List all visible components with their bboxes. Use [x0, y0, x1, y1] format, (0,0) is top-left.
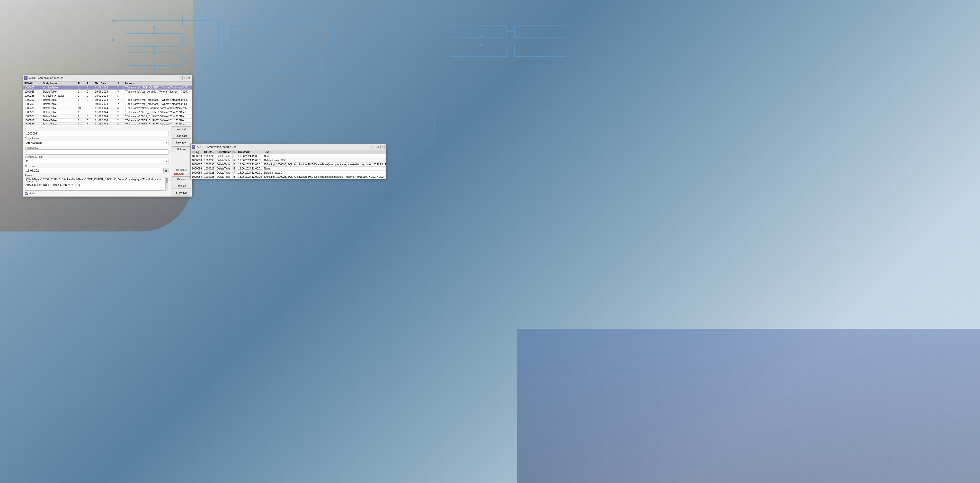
log-table-scroll[interactable]: IDLog IDSetti... ScriptName S. CreatedAt…	[191, 150, 385, 179]
cell-f1: 1	[77, 102, 85, 106]
frequency-label: Frequency:	[25, 146, 169, 149]
cell-scriptname: DeleteTable	[42, 119, 77, 123]
del-row-button[interactable]: Del row	[172, 146, 191, 152]
log-col-idlog: IDLog	[191, 150, 203, 154]
next-date-label: Next date:	[25, 165, 169, 168]
log-table-header: IDLog IDSetti... ScriptName S. CreatedAt…	[191, 150, 386, 154]
table-row[interactable]: 1000517 DeleteTable 1 D 11.06.2024 Y {"T…	[24, 119, 192, 123]
cell-nextdate: 19.06.2024	[94, 102, 116, 106]
log-window-titlebar[interactable]: ▲ ARBES Archivation Module Log ─ □ ✕	[191, 144, 385, 150]
table-row[interactable]: 1000527 DeleteTable 1 D 11.06.2024 Y {"T…	[24, 123, 192, 125]
cell-f2: D	[85, 119, 94, 123]
log-table-row[interactable]: 1000085 1000028 DeleteTable R 18.06.2024…	[191, 171, 386, 175]
cell-a: Y	[116, 86, 124, 90]
minimize-button[interactable]: ─	[178, 76, 182, 80]
table-row[interactable]: 1000238 Archive FIX Tables 1 D 08.02.202…	[24, 94, 192, 98]
table-row[interactable]: 1000028 DeleteTable 1 D 19.06.2024 Y {"T…	[24, 90, 192, 94]
script-name-select[interactable]: ArchiveTable DeleteTable Archive FIX Tab…	[25, 140, 169, 145]
log-cell-s: B	[232, 162, 237, 167]
frequency-unit-select[interactable]: D W M	[25, 159, 169, 164]
log-close-button[interactable]: ✕	[380, 145, 385, 149]
table-row[interactable]: 1000508 DeleteTable 1 D 11.06.2024 Y {"T…	[24, 114, 192, 119]
log-cell-idlog: 1000085	[191, 171, 203, 175]
decorative-keyboard-bg	[517, 329, 980, 483]
table-row[interactable]: 1000357 DeleteTable 2 D 19.06.2024 Y {"T…	[24, 98, 192, 102]
job-status-label: Job status:	[172, 169, 191, 171]
log-table-row[interactable]: 1000086 1000028 DeleteTable E 18.06.2024…	[191, 167, 386, 171]
log-maximize-button[interactable]: □	[376, 145, 380, 149]
log-cell-text: IDSetting: 1000028, SQL: Archivation_PKG…	[263, 175, 385, 179]
cell-id: 1000517	[24, 119, 42, 123]
load-data-button[interactable]: Load data	[172, 133, 191, 138]
cell-f1: 1	[77, 119, 85, 123]
log-data-table: IDLog IDSetti... ScriptName S. CreatedAt…	[191, 150, 385, 179]
plan-job-button[interactable]: Plan job	[172, 176, 191, 182]
maximize-button[interactable]: □	[182, 76, 186, 80]
new-row-button[interactable]: New row	[172, 140, 191, 145]
stop-job-button[interactable]: Stop job	[172, 183, 191, 189]
cell-id: 1000500	[24, 110, 42, 114]
cell-a: N	[116, 94, 124, 98]
log-table-row[interactable]: 1000088 1000393 DeleteTable R 18.06.2024…	[191, 159, 386, 162]
log-cell-s: R	[232, 159, 237, 162]
script-name-select-wrapper: ArchiveTable DeleteTable Archive FIX Tab…	[25, 140, 169, 145]
cell-f1: 1	[77, 90, 85, 94]
log-cell-idsetti: 1000393	[203, 154, 216, 159]
log-cell-scriptname: DeleteTable	[216, 159, 232, 162]
log-window: ▲ ARBES Archivation Module Log ─ □ ✕ IDL…	[190, 143, 386, 179]
frequency-input[interactable]	[25, 149, 169, 154]
cell-scriptname: DeleteTable	[42, 90, 77, 94]
textarea-scrollbar[interactable]	[165, 177, 169, 191]
log-cell-idlog: 1000084	[191, 175, 203, 179]
log-col-idsetti: IDSetti...	[203, 150, 216, 154]
cell-id: 1000357	[24, 98, 42, 102]
cell-nextdate: 11.06.2024	[94, 123, 116, 125]
cell-a: N	[116, 106, 124, 110]
titlebar-left: ▲ ARBES Archivation Module	[24, 76, 63, 80]
log-col-createdat: CreatedAt	[237, 150, 263, 154]
window-controls[interactable]: ─ □ ✕	[178, 76, 191, 80]
cell-f2: D	[85, 90, 94, 94]
log-cell-text: None	[263, 167, 385, 171]
show-log-button[interactable]: Show log	[172, 190, 191, 195]
cell-f2: D	[85, 86, 94, 90]
log-minimize-button[interactable]: ─	[371, 145, 375, 149]
cell-params: {"TableName":"TOP_CLIENT", "Where":"1 = …	[124, 114, 192, 119]
log-table-row[interactable]: 1000089 1000393 DeleteTable E 18.06.2024…	[191, 154, 386, 159]
log-window-controls[interactable]: ─ □ ✕	[371, 145, 385, 149]
cell-nextdate: 19.06.2024	[94, 98, 116, 102]
close-button[interactable]: ✕	[187, 76, 191, 80]
log-cell-idlog: 1000088	[191, 159, 203, 162]
main-data-table-scroll[interactable]: IDSetti... ScriptName F... F... NextDate…	[23, 81, 192, 125]
params-textarea[interactable]: {"TableName": "TOP_CLIENT", "ArchiveTabl…	[25, 177, 165, 191]
col-a: A.	[116, 81, 124, 86]
cell-nextdate: 11.06.2024	[94, 86, 116, 90]
calendar-button[interactable]: ▦	[163, 168, 169, 173]
log-table-row[interactable]: 1000084 1000028 DeleteTable B 18.06.2024…	[191, 175, 386, 179]
table-row[interactable]: 1000478 DeleteTable 10 D 11.06.2024 N {"…	[24, 106, 192, 110]
cell-f2: D	[85, 98, 94, 102]
cell-a: Y	[116, 114, 124, 119]
cell-nextdate: 19.06.2024	[94, 90, 116, 94]
col-scriptname: ScriptName	[42, 81, 77, 86]
active-checkbox[interactable]	[25, 192, 28, 195]
log-cell-idsetti: 1000393	[203, 162, 216, 167]
table-row[interactable]: 1000007 ArchiveTable 1 D 11.06.2024 Y {"…	[24, 86, 192, 90]
next-date-input[interactable]	[25, 168, 169, 173]
log-table-row[interactable]: 1000087 1000393 DeleteTable B 18.06.2024…	[191, 162, 386, 167]
log-cell-createdat: 18.06.2024 12:00:01	[237, 154, 263, 159]
main-window-titlebar[interactable]: ▲ ARBES Archivation Module ─ □ ✕	[23, 75, 192, 81]
table-body: 1000007 ArchiveTable 1 D 11.06.2024 Y {"…	[24, 86, 192, 125]
save-data-button[interactable]: Save data	[172, 126, 191, 132]
log-cell-createdat: 18.06.2024 12:00:01	[237, 171, 263, 175]
main-archivation-window: ▲ ARBES Archivation Module ─ □ ✕ IDSetti…	[22, 75, 192, 197]
id-input[interactable]	[25, 131, 169, 136]
cell-nextdate: 08.02.2024	[94, 94, 116, 98]
table-row[interactable]: 1000393 DeleteTable 1 D 19.06.2024 Y {"T…	[24, 102, 192, 106]
table-row[interactable]: 1000500 DeleteTable 1 D 11.06.2024 Y {"T…	[24, 110, 192, 114]
cell-scriptname: DeleteTable	[42, 106, 77, 110]
cell-a: Y	[116, 110, 124, 114]
cell-nextdate: 11.06.2024	[94, 119, 116, 123]
cell-f1: 1	[77, 94, 85, 98]
app-icon: ▲	[24, 76, 27, 80]
